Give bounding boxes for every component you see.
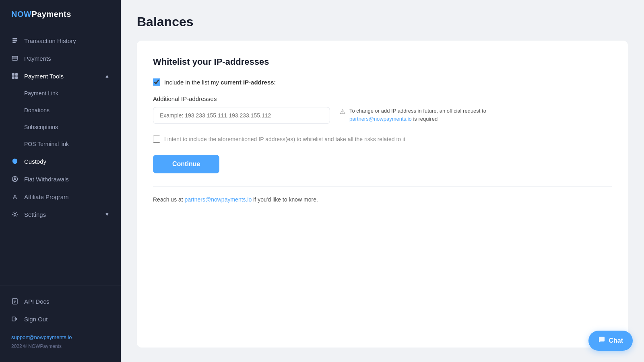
logo-now: NOW	[11, 10, 31, 19]
chat-label: Chat	[609, 337, 623, 344]
sidebar-support-email[interactable]: support@nowpayments.io	[0, 328, 121, 343]
sidebar-item-fiat-withdrawals[interactable]: Fiat Withdrawals	[0, 170, 121, 188]
custody-icon	[11, 158, 19, 165]
sidebar-item-sign-out[interactable]: Sign Out	[0, 310, 121, 328]
sidebar-item-payment-tools[interactable]: Payment Tools ▲	[0, 67, 121, 85]
sidebar-item-subscriptions-label: Subscriptions	[24, 124, 58, 130]
transaction-history-icon	[11, 37, 19, 44]
fiat-withdrawals-icon	[11, 175, 19, 183]
svg-rect-2	[12, 42, 16, 43]
sidebar-item-donations[interactable]: Donations	[0, 102, 121, 119]
sidebar-item-transaction-history[interactable]: Transaction History	[0, 32, 121, 49]
include-ip-label[interactable]: Include in the list my current IP-addres…	[164, 79, 276, 86]
sidebar-nav: Transaction History Payments Payment Too…	[0, 29, 121, 286]
sidebar-item-affiliate-program[interactable]: Affiliate Program	[0, 188, 121, 206]
sidebar-bottom: API Docs Sign Out support@nowpayments.io…	[0, 286, 121, 362]
continue-button[interactable]: Continue	[153, 155, 219, 173]
consent-label[interactable]: I intent to include the aforementioned I…	[164, 135, 405, 144]
include-ip-row: Include in the list my current IP-addres…	[153, 78, 612, 86]
ip-input-row: ⚠ To change or add IP address in future,…	[153, 107, 612, 124]
api-docs-icon	[11, 298, 19, 305]
sidebar-item-subscriptions[interactable]: Subscriptions	[0, 119, 121, 136]
sidebar-item-custody-label: Custody	[24, 158, 46, 165]
page-title: Balances	[137, 14, 628, 29]
settings-icon	[11, 211, 19, 218]
sidebar-item-transaction-history-label: Transaction History	[24, 37, 76, 44]
whitelist-card: Whitelist your IP-addresses Include in t…	[137, 41, 628, 348]
chat-icon	[598, 336, 605, 345]
payment-tools-chevron-icon: ▲	[105, 73, 109, 79]
logo-payments: Payments	[31, 10, 71, 19]
sidebar-item-pos-terminal-label: POS Terminal link	[24, 141, 69, 147]
consent-checkbox[interactable]	[153, 136, 160, 143]
notice-icon: ⚠	[340, 108, 345, 115]
payment-tools-icon	[11, 72, 19, 80]
affiliate-program-icon	[11, 193, 19, 200]
sign-out-icon	[11, 315, 19, 323]
sidebar-item-donations-label: Donations	[24, 107, 50, 113]
sidebar-item-fiat-withdrawals-label: Fiat Withdrawals	[24, 176, 69, 183]
consent-row: I intent to include the aforementioned I…	[153, 135, 612, 144]
svg-point-12	[14, 214, 16, 216]
footer-reach-email-link[interactable]: partners@nowpayments.io	[185, 196, 252, 203]
include-ip-checkbox[interactable]	[153, 78, 160, 86]
svg-rect-7	[12, 76, 14, 79]
sidebar-item-payments[interactable]: Payments	[0, 49, 121, 67]
sidebar-item-payments-label: Payments	[24, 55, 51, 62]
svg-rect-0	[12, 38, 17, 39]
sidebar-item-settings-label: Settings	[24, 211, 46, 218]
sidebar-item-payment-link-label: Payment Link	[24, 90, 58, 97]
svg-rect-8	[15, 76, 18, 79]
svg-point-10	[14, 177, 16, 179]
main-content: Balances Whitelist your IP-addresses Inc…	[121, 0, 644, 362]
svg-rect-5	[12, 73, 14, 76]
ip-address-input[interactable]	[153, 107, 330, 124]
sidebar-item-custody[interactable]: Custody	[0, 152, 121, 170]
chat-button[interactable]: Chat	[588, 331, 633, 351]
sidebar-item-payment-link[interactable]: Payment Link	[0, 85, 121, 102]
card-title: Whitelist your IP-addresses	[153, 57, 612, 67]
sidebar-item-affiliate-program-label: Affiliate Program	[24, 193, 69, 200]
svg-point-11	[14, 195, 16, 197]
logo: NOWPayments	[0, 0, 121, 29]
additional-ip-label: Additional IP-addresses	[153, 95, 612, 102]
sidebar-submenu-payment-tools: Payment Link Donations Subscriptions POS…	[0, 85, 121, 152]
svg-rect-6	[15, 73, 18, 76]
svg-rect-4	[12, 58, 18, 59]
sidebar-item-api-docs-label: API Docs	[24, 298, 50, 305]
payments-icon	[11, 55, 19, 62]
sidebar-copyright: 2022 © NOWPayments	[0, 343, 121, 356]
ip-notice: ⚠ To change or add IP address in future,…	[340, 107, 493, 123]
sidebar-item-settings[interactable]: Settings ▼	[0, 206, 121, 223]
sidebar: NOWPayments Transaction History Payments	[0, 0, 121, 362]
sidebar-item-sign-out-label: Sign Out	[24, 316, 47, 323]
footer-reach: Reach us at partners@nowpayments.io if y…	[153, 186, 612, 203]
sidebar-item-payment-tools-label: Payment Tools	[24, 73, 64, 80]
sidebar-item-pos-terminal[interactable]: POS Terminal link	[0, 136, 121, 152]
sidebar-item-api-docs[interactable]: API Docs	[0, 292, 121, 310]
settings-chevron-icon: ▼	[105, 212, 109, 217]
ip-notice-email-link[interactable]: partners@nowpayments.io	[349, 116, 412, 122]
svg-rect-1	[12, 40, 17, 41]
ip-notice-text: To change or add IP address in future, a…	[349, 107, 493, 123]
